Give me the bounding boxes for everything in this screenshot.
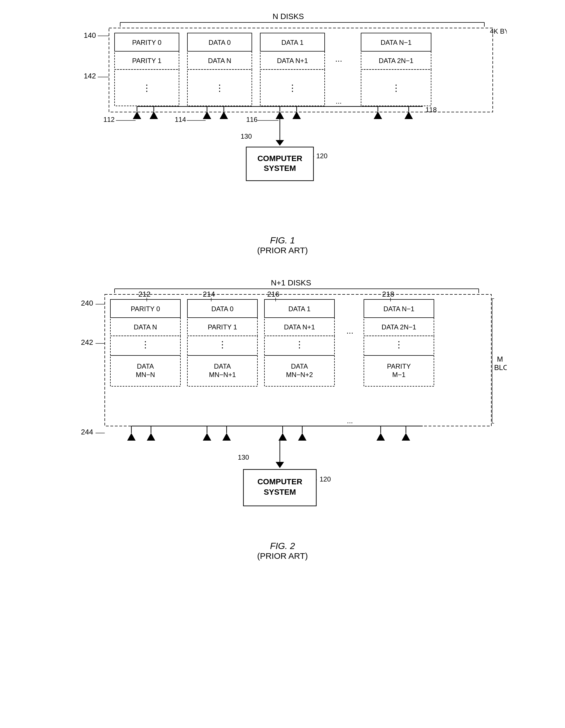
computer-system-label-1b: SYSTEM xyxy=(264,164,296,173)
page: N DISKS 4K BYTE BLOCK 140 142 PARITY 0 P… xyxy=(22,11,543,561)
ref-mblocks-1: M xyxy=(497,355,503,363)
d2-cell1: DATA 0 xyxy=(208,39,231,46)
ref-118: 118 xyxy=(426,106,437,113)
ref-116: 116 xyxy=(246,116,257,123)
svg-marker-36 xyxy=(276,140,284,146)
d4-dots: ⋮ xyxy=(392,83,401,93)
outer-dashed-box-2 xyxy=(105,294,491,426)
svg-marker-31 xyxy=(404,111,413,119)
f2-d4dots: ⋮ xyxy=(394,339,403,350)
bus-ellipsis-2: ... xyxy=(347,417,353,425)
svg-marker-26 xyxy=(276,111,284,119)
figure-2: N+1 DISKS 240 212 214 216 218 242 M xyxy=(22,278,543,561)
f2-d3c1: DATA 1 xyxy=(288,305,310,313)
fig2-prior-art: (PRIOR ART) xyxy=(257,551,308,561)
computer-system-label-1: COMPUTER xyxy=(257,154,302,163)
ref-244: 244 xyxy=(81,428,93,436)
svg-marker-30 xyxy=(374,111,382,119)
f2-d2c1: DATA 0 xyxy=(211,305,233,313)
d4-cell1: DATA N−1 xyxy=(380,39,411,46)
f2-ellipsis: ... xyxy=(346,326,353,335)
f2-d4c4a: PARITY xyxy=(387,362,411,370)
fig2-caption: FIG. 2 (PRIOR ART) xyxy=(257,541,308,561)
svg-marker-82 xyxy=(376,433,385,441)
f2-d2dots: ⋮ xyxy=(218,339,227,350)
ref-114: 114 xyxy=(175,116,186,123)
d1-cell1: PARITY 0 xyxy=(132,39,161,46)
bus-ellipsis: ... xyxy=(336,97,342,105)
ndisks-label-2: N+1 DISKS xyxy=(271,278,311,287)
ref-mblocks-2: BLOCKS xyxy=(494,363,507,372)
svg-marker-83 xyxy=(402,433,410,441)
svg-marker-23 xyxy=(220,111,228,119)
d3-cell1: DATA 1 xyxy=(281,39,303,46)
fig2-diagram: N+1 DISKS 240 212 214 216 218 242 M xyxy=(59,278,507,535)
svg-marker-27 xyxy=(292,111,301,119)
fig1-diagram: N DISKS 4K BYTE BLOCK 140 142 PARITY 0 P… xyxy=(59,11,507,230)
ref-130-1: 130 xyxy=(241,132,252,140)
f2-d1c2: DATA N xyxy=(134,323,157,331)
f2-d4c2: DATA 2N−1 xyxy=(382,323,416,331)
d2-cell2: DATA N xyxy=(208,57,231,64)
f2-d3c2: DATA N+1 xyxy=(284,323,315,331)
ref-120-1: 120 xyxy=(316,152,327,160)
fig2-title: FIG. 2 xyxy=(257,541,308,551)
d3-dots: ⋮ xyxy=(288,83,297,93)
f2-d2c4a: DATA xyxy=(214,362,231,370)
svg-marker-71 xyxy=(147,433,155,441)
ref-140: 140 xyxy=(84,31,96,39)
ref-212: 212 xyxy=(138,290,150,298)
f2-d1dots: ⋮ xyxy=(141,339,150,350)
d4-cell2: DATA 2N−1 xyxy=(379,57,413,64)
ellipsis-1: ... xyxy=(335,54,342,63)
f2-d3c4b: MN−N+2 xyxy=(286,371,313,378)
ref-240: 240 xyxy=(81,299,93,307)
svg-marker-74 xyxy=(203,433,211,441)
svg-marker-70 xyxy=(127,433,136,441)
ref-130-2: 130 xyxy=(238,453,249,461)
fig1-title: FIG. 1 xyxy=(257,235,308,246)
ref-112: 112 xyxy=(103,116,115,123)
f2-d1c4a: DATA xyxy=(137,362,154,370)
svg-marker-75 xyxy=(222,433,231,441)
f2-d1c4b: MN−N xyxy=(136,371,155,378)
ref-120-2: 120 xyxy=(320,475,331,483)
svg-marker-17 xyxy=(133,111,141,119)
f2-d1c1: PARITY 0 xyxy=(131,305,160,313)
ref-142: 142 xyxy=(84,72,96,80)
ref-242: 242 xyxy=(81,338,93,346)
f2-d4c4b: M−1 xyxy=(392,371,405,378)
f2-d3dots: ⋮ xyxy=(295,339,304,350)
f2-d3c4a: DATA xyxy=(291,362,308,370)
computer-system-label-2: COMPUTER xyxy=(257,477,302,486)
svg-marker-78 xyxy=(278,433,287,441)
ndisks-label: N DISKS xyxy=(272,12,304,21)
svg-marker-79 xyxy=(298,433,306,441)
d3-cell2: DATA N+1 xyxy=(277,57,308,64)
d1-dots: ⋮ xyxy=(142,83,151,93)
svg-marker-88 xyxy=(276,462,284,468)
svg-marker-22 xyxy=(203,111,211,119)
f2-d2c2: PARITY 1 xyxy=(208,323,237,331)
figure-1: N DISKS 4K BYTE BLOCK 140 142 PARITY 0 P… xyxy=(22,11,543,255)
fig1-prior-art: (PRIOR ART) xyxy=(257,246,308,255)
f2-d2c4b: MN−N+1 xyxy=(209,371,236,378)
d1-cell2: PARITY 1 xyxy=(132,57,161,64)
fig1-caption: FIG. 1 (PRIOR ART) xyxy=(257,235,308,255)
computer-system-label-2b: SYSTEM xyxy=(264,488,296,496)
f2-d4c1: DATA N−1 xyxy=(383,305,414,313)
svg-marker-18 xyxy=(150,111,158,119)
d2-dots: ⋮ xyxy=(215,83,224,93)
